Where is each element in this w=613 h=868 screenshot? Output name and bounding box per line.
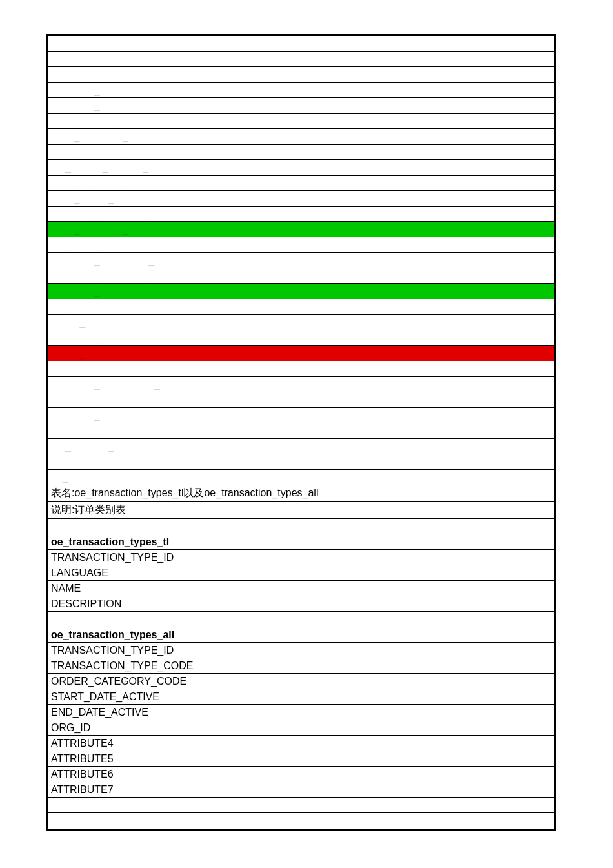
cell-text: 表名:oe_transaction_types_tl以及oe_transacti… xyxy=(51,487,318,500)
cell-text: _ xyxy=(51,394,103,406)
cell-text: _ xyxy=(51,472,68,483)
cell-text: _ _ _ xyxy=(51,162,148,174)
table-row: ATTRIBUTE5 xyxy=(48,751,554,767)
table-row: START_DATE_ACTIVE xyxy=(48,689,554,705)
cell-text: ATTRIBUTE5 xyxy=(51,753,114,765)
cell-text: _ _ xyxy=(51,224,128,236)
cell-text: _ xyxy=(51,317,85,328)
table-row xyxy=(48,519,554,534)
cell-text: _ xyxy=(51,100,100,112)
table-row: _ _ xyxy=(48,439,554,454)
cell-text: _ xyxy=(51,301,71,313)
cell-text: 说明:订单类别表 xyxy=(51,503,126,517)
cell-text: _ _ xyxy=(51,441,114,452)
document-table: _ _ _ _ _ _ _ _ _ _ _ _ _ _ _ _ _ _ xyxy=(46,34,556,831)
cell-text: ATTRIBUTE6 xyxy=(51,769,114,780)
table-row: _ _ xyxy=(48,361,554,377)
table-row: _ _ xyxy=(48,237,554,253)
table-row: oe_transaction_types_all xyxy=(48,627,554,643)
cell-text: _ xyxy=(51,85,100,96)
cell-text: _ _ xyxy=(51,255,154,267)
table-row: _ _ xyxy=(48,253,554,268)
table-row xyxy=(48,454,554,470)
table-row: ORG_ID xyxy=(48,720,554,736)
table-row xyxy=(48,36,554,52)
cell-text: END_DATE_ACTIVE xyxy=(51,707,148,718)
table-row: _ _ xyxy=(48,222,554,237)
cell-text: _ _ xyxy=(51,208,152,220)
cell-text: START_DATE_ACTIVE xyxy=(51,691,159,703)
table-row: _ xyxy=(48,315,554,330)
cell-text: _ _ xyxy=(51,379,160,390)
cell-text: TRANSACTION_TYPE_CODE xyxy=(51,660,193,672)
table-row: TRANSACTION_TYPE_ID xyxy=(48,643,554,658)
cell-text: ORG_ID xyxy=(51,722,90,734)
table-row: _ _ _ xyxy=(48,160,554,176)
table-row: _ _ _ xyxy=(48,176,554,191)
table-row: _ xyxy=(48,392,554,408)
cell-text: _ _ xyxy=(51,131,128,143)
table-row: _ _ xyxy=(48,114,554,129)
cell-text: _ _ xyxy=(51,270,148,282)
cell-text: DESCRIPTION xyxy=(51,598,121,610)
table-row xyxy=(48,67,554,83)
table-row: _ xyxy=(48,423,554,439)
cell-text: LANGUAGE xyxy=(51,567,108,579)
cell-text: _ xyxy=(51,425,100,437)
table-row xyxy=(48,813,554,829)
table-row xyxy=(48,52,554,67)
cell-text: ATTRIBUTE7 xyxy=(51,784,114,796)
cell-text: _ xyxy=(51,348,85,359)
cell-text: _ _ xyxy=(51,146,126,158)
cell-text: _ xyxy=(51,286,100,298)
table-row: _ xyxy=(48,408,554,423)
table-row: ATTRIBUTE6 xyxy=(48,767,554,782)
table-row: NAME xyxy=(48,581,554,596)
table-row: TRANSACTION_TYPE_ID xyxy=(48,550,554,565)
table-row: ATTRIBUTE4 xyxy=(48,736,554,751)
table-row: END_DATE_ACTIVE xyxy=(48,705,554,720)
table-row: ORDER_CATEGORY_CODE xyxy=(48,674,554,689)
table-row: _ _ xyxy=(48,207,554,222)
table-row: _ xyxy=(48,330,554,346)
table-row: _ xyxy=(48,299,554,315)
cell-text: oe_transaction_types_all xyxy=(51,629,174,641)
table-row: _ _ xyxy=(48,145,554,160)
cell-text: TRANSACTION_TYPE_ID xyxy=(51,645,174,656)
cell-text: _ xyxy=(51,410,100,421)
cell-text: _ _ xyxy=(51,116,120,127)
table-row: _ xyxy=(48,284,554,299)
cell-text: _ _ xyxy=(51,239,103,251)
table-row: _ _ xyxy=(48,129,554,145)
cell-text: _ xyxy=(51,332,103,344)
table-row: _ _ xyxy=(48,377,554,392)
table-row: DESCRIPTION xyxy=(48,596,554,612)
cell-text: ATTRIBUTE4 xyxy=(51,738,114,749)
table-row: TRANSACTION_TYPE_CODE xyxy=(48,658,554,674)
cell-text: NAME xyxy=(51,583,81,594)
cell-text: _ _ _ xyxy=(51,177,128,189)
table-row: _ _ xyxy=(48,268,554,284)
table-row: _ xyxy=(48,470,554,485)
table-row: _ xyxy=(48,83,554,98)
cell-text: ORDER_CATEGORY_CODE xyxy=(51,676,186,687)
table-row: LANGUAGE xyxy=(48,565,554,581)
table-row: _ _ xyxy=(48,191,554,207)
table-row: 说明:订单类别表 xyxy=(48,502,554,519)
cell-text: _ _ xyxy=(51,363,123,375)
table-row: _ xyxy=(48,98,554,114)
table-row xyxy=(48,798,554,813)
cell-text: oe_transaction_types_tl xyxy=(51,536,169,548)
table-row: ATTRIBUTE7 xyxy=(48,782,554,798)
cell-text: _ _ xyxy=(51,193,114,205)
table-row: oe_transaction_types_tl xyxy=(48,534,554,550)
table-row: 表名:oe_transaction_types_tl以及oe_transacti… xyxy=(48,485,554,502)
table-row xyxy=(48,612,554,627)
cell-text: TRANSACTION_TYPE_ID xyxy=(51,552,174,563)
table-row: _ xyxy=(48,346,554,361)
